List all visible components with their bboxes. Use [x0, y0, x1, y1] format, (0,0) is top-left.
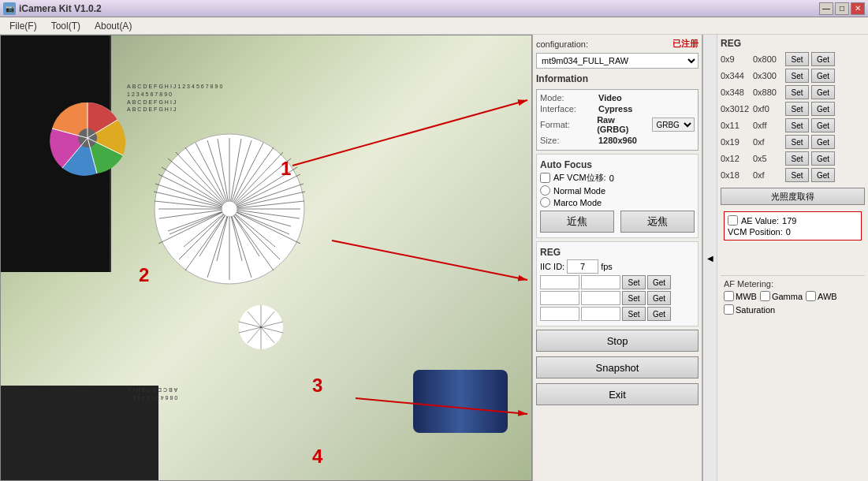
title-bar-controls: — □ ✕ — [819, 2, 865, 15]
right-reg-set-0[interactable]: Set — [785, 52, 809, 66]
brightness-button[interactable]: 光照度取得 — [721, 188, 865, 205]
right-reg-val-2: 0x880 — [753, 88, 783, 97]
marco-mode-radio[interactable] — [540, 197, 550, 207]
format-label: Format: — [540, 120, 594, 129]
right-reg-set-5[interactable]: Set — [785, 135, 809, 149]
af-checkbox[interactable] — [540, 173, 550, 183]
mwb-check-item: MWB — [724, 291, 757, 301]
reg-addr-3[interactable] — [540, 307, 579, 321]
marco-mode-row: Marco Mode — [540, 197, 695, 207]
iic-id-input[interactable] — [567, 259, 598, 274]
mwb-label: MWB — [736, 292, 757, 301]
interface-value: Cypress — [598, 104, 632, 114]
small-chart-1 — [237, 304, 285, 351]
right-reg-row-2: 0x348 0x880 Set Get — [721, 85, 865, 99]
config-dropdown[interactable]: mt9m034_FULL_RAW mt9m034_720P mt9m034_VG… — [536, 53, 698, 69]
menu-about[interactable]: About(A) — [88, 19, 138, 33]
far-focus-button[interactable]: 远焦 — [620, 211, 695, 233]
right-reg-get-3[interactable]: Get — [811, 102, 835, 116]
af-section: Auto Focus AF VCM位移: 0 Normal Mode Marco… — [536, 154, 698, 238]
reg-addr-1[interactable] — [540, 275, 579, 289]
reg-set-1[interactable]: Set — [622, 275, 646, 289]
normal-mode-radio[interactable] — [540, 185, 550, 196]
right-reg-get-1[interactable]: Get — [811, 69, 835, 83]
spacer — [721, 244, 865, 275]
right-reg-val-3: 0xf0 — [753, 104, 783, 114]
format-dropdown[interactable]: GRBG RGGB BGGR — [652, 117, 695, 132]
reg-addr-2[interactable] — [540, 291, 579, 305]
menu-file[interactable]: File(F) — [3, 19, 43, 33]
af-title: Auto Focus — [540, 159, 695, 170]
right-reg-content: REG 0x9 0x800 Set Get 0x344 0x300 Set Ge… — [717, 35, 868, 481]
right-reg-addr-7: 0x18 — [721, 170, 751, 180]
camera-label-1: 1 — [281, 158, 291, 180]
right-reg-set-6[interactable]: Set — [785, 151, 809, 166]
right-reg-val-1: 0x300 — [753, 71, 783, 80]
reg-set-2[interactable]: Set — [622, 291, 646, 305]
gamma-label: Gamma — [772, 292, 803, 301]
reg-val-1[interactable] — [581, 275, 620, 289]
mode-label: Mode: — [540, 93, 595, 103]
right-reg-addr-6: 0x12 — [721, 154, 751, 163]
reg-set-3[interactable]: Set — [622, 307, 646, 321]
reg-val-3[interactable] — [581, 307, 620, 321]
app-title: iCamera Kit V1.0.2 — [19, 3, 102, 14]
right-reg-set-7[interactable]: Set — [785, 168, 809, 182]
right-reg-set-4[interactable]: Set — [785, 118, 809, 132]
gamma-checkbox[interactable] — [760, 291, 770, 301]
right-reg-set-3[interactable]: Set — [785, 102, 809, 116]
exit-button[interactable]: Exit — [536, 383, 698, 405]
snapshot-button[interactable]: Snapshot — [536, 356, 698, 378]
reg-get-1[interactable]: Get — [647, 275, 671, 289]
title-bar: 📷 iCamera Kit V1.0.2 — □ ✕ — [0, 0, 868, 17]
saturation-check-item: Saturation — [724, 304, 775, 315]
reg-get-2[interactable]: Get — [647, 291, 671, 305]
ae-checkbox[interactable] — [728, 215, 738, 226]
right-reg-get-0[interactable]: Get — [811, 52, 835, 66]
af-checks: MWB Gamma AWB — [724, 291, 862, 301]
text-chart-bottom: 0864201468 ABCDEFGHIJ — [127, 386, 177, 401]
right-reg-row-3: 0x3012 0xf0 Set Get — [721, 102, 865, 116]
right-reg-row-7: 0x18 0xf Set Get — [721, 168, 865, 182]
minimize-button[interactable]: — — [819, 2, 833, 15]
ae-box: AE Value: 179 VCM Position: 0 — [724, 211, 862, 240]
right-panel: ◀ REG 0x9 0x800 Set Get 0x344 0x300 Set … — [702, 35, 868, 481]
right-reg-get-2[interactable]: Get — [811, 85, 835, 99]
menu-tool[interactable]: Tool(T) — [45, 19, 87, 33]
close-button[interactable]: ✕ — [851, 2, 865, 15]
size-row: Size: 1280x960 — [540, 136, 695, 145]
right-reg-row-1: 0x344 0x300 Set Get — [721, 69, 865, 83]
right-reg-addr-3: 0x3012 — [721, 104, 751, 114]
format-value: Raw (GRBG) — [597, 115, 647, 134]
right-reg-get-7[interactable]: Get — [811, 168, 835, 182]
right-reg-get-4[interactable]: Get — [811, 118, 835, 132]
right-reg-title: REG — [721, 38, 865, 49]
right-reg-row-0: 0x9 0x800 Set Get — [721, 52, 865, 66]
right-reg-get-5[interactable]: Get — [811, 135, 835, 149]
right-reg-addr-4: 0x11 — [721, 121, 751, 130]
fps-label: fps — [601, 262, 613, 271]
reg-row-3: Set Get — [540, 307, 695, 321]
right-reg-get-6[interactable]: Get — [811, 151, 835, 166]
registered-label: 已注册 — [672, 38, 698, 50]
normal-mode-row: Normal Mode — [540, 185, 695, 196]
awb-checkbox[interactable] — [806, 291, 816, 301]
camera-label-2: 2 — [139, 264, 149, 286]
mwb-checkbox[interactable] — [724, 291, 734, 301]
scroll-left-btn[interactable]: ◀ — [703, 35, 717, 481]
right-reg-set-2[interactable]: Set — [785, 85, 809, 99]
ae-value-row: AE Value: 179 — [728, 215, 858, 226]
reg-val-2[interactable] — [581, 291, 620, 305]
near-focus-button[interactable]: 近焦 — [540, 211, 614, 233]
restore-button[interactable]: □ — [835, 2, 849, 15]
info-box: Mode: Video Interface: Cypress Format: R… — [536, 89, 698, 151]
stop-button[interactable]: Stop — [536, 330, 698, 352]
app-icon: 📷 — [3, 2, 16, 15]
reg-get-3[interactable]: Get — [647, 307, 671, 321]
right-reg-set-1[interactable]: Set — [785, 69, 809, 83]
ae-value: 179 — [782, 216, 796, 226]
ae-label: AE Value: — [741, 216, 779, 226]
vcm-value: 0 — [609, 173, 614, 183]
saturation-checkbox[interactable] — [724, 304, 734, 315]
right-reg-row-5: 0x19 0xf Set Get — [721, 135, 865, 149]
